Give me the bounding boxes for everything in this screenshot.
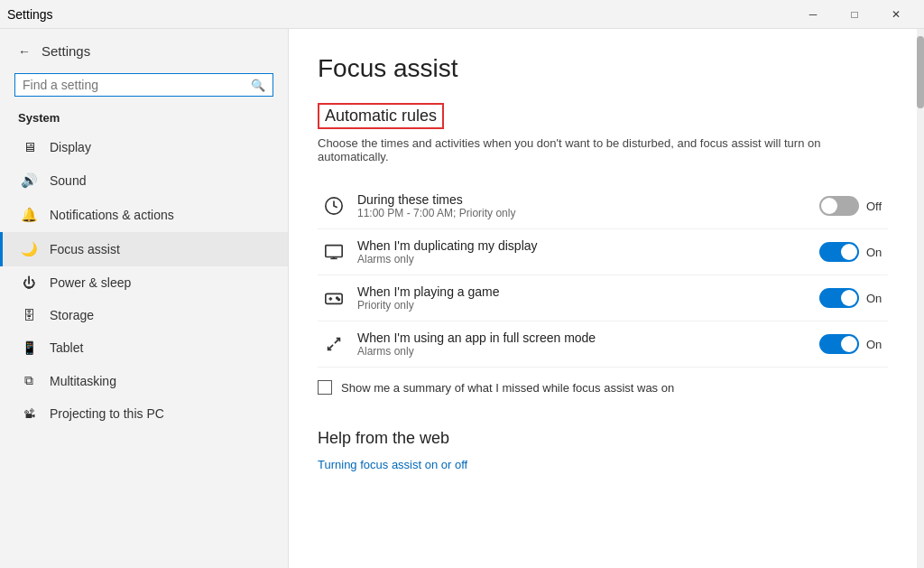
fullscreen-app-sub: Alarms only xyxy=(357,345,807,358)
fullscreen-app-toggle-area: On xyxy=(807,334,888,354)
during-times-sub: 11:00 PM - 7:00 AM; Priority only xyxy=(357,207,807,219)
duplicating-display-icon xyxy=(318,242,350,262)
playing-game-toggle-knob xyxy=(841,290,857,306)
notifications-icon: 🔔 xyxy=(21,207,37,223)
svg-line-10 xyxy=(335,339,340,344)
sidebar-item-label: Multitasking xyxy=(50,374,116,388)
sidebar-item-sound[interactable]: 🔊 Sound xyxy=(0,163,288,198)
duplicating-display-toggle[interactable] xyxy=(819,242,859,262)
titlebar-controls: ─ □ ✕ xyxy=(792,0,917,29)
sidebar-app-title: Settings xyxy=(42,43,90,59)
summary-checkbox-label: Show me a summary of what I missed while… xyxy=(341,381,674,395)
duplicating-display-text: When I'm duplicating my display Alarms o… xyxy=(350,238,807,265)
sidebar-item-label: Tablet xyxy=(50,340,83,355)
during-times-toggle-knob xyxy=(821,198,837,214)
rule-playing-game: When I'm playing a game Priority only On xyxy=(318,275,888,321)
during-times-text: During these times 11:00 PM - 7:00 AM; P… xyxy=(350,192,807,219)
back-icon: ← xyxy=(18,44,31,59)
sidebar-item-power-sleep[interactable]: ⏻ Power & sleep xyxy=(0,266,288,299)
sidebar-item-label: Focus assist xyxy=(50,242,120,256)
fullscreen-app-name: When I'm using an app in full screen mod… xyxy=(357,331,807,345)
maximize-button[interactable]: □ xyxy=(834,0,875,29)
fullscreen-app-text: When I'm using an app in full screen mod… xyxy=(350,331,807,358)
sidebar-item-label: Storage xyxy=(50,308,94,322)
fullscreen-app-toggle-label: On xyxy=(866,338,888,351)
sidebar-item-tablet[interactable]: 📱 Tablet xyxy=(0,331,288,364)
titlebar-title: Settings xyxy=(7,7,53,22)
multitasking-icon: ⧉ xyxy=(21,373,37,388)
playing-game-toggle[interactable] xyxy=(819,288,859,308)
fullscreen-app-icon xyxy=(318,334,350,354)
fullscreen-app-toggle[interactable] xyxy=(819,334,859,354)
back-button[interactable]: ← xyxy=(18,44,31,59)
playing-game-sub: Priority only xyxy=(357,299,807,312)
projecting-icon: 📽 xyxy=(21,407,37,421)
search-box[interactable]: 🔍 xyxy=(14,73,273,97)
automatic-rules-title: Automatic rules xyxy=(318,103,444,129)
during-times-icon xyxy=(318,196,350,216)
during-times-toggle-label: Off xyxy=(866,200,888,213)
playing-game-toggle-area: On xyxy=(807,288,888,308)
duplicating-display-sub: Alarms only xyxy=(357,253,807,265)
app-body: ← Settings 🔍 System 🖥 Display 🔊 Sound 🔔 … xyxy=(0,29,924,568)
sidebar: ← Settings 🔍 System 🖥 Display 🔊 Sound 🔔 … xyxy=(0,29,289,568)
duplicating-display-toggle-knob xyxy=(841,244,857,260)
sidebar-item-storage[interactable]: 🗄 Storage xyxy=(0,299,288,331)
power-sleep-icon: ⏻ xyxy=(21,275,37,290)
storage-icon: 🗄 xyxy=(21,308,37,322)
rule-during-times: During these times 11:00 PM - 7:00 AM; P… xyxy=(318,183,888,229)
display-icon: 🖥 xyxy=(21,139,37,154)
focus-assist-icon: 🌙 xyxy=(21,241,37,257)
automatic-rules-desc: Choose the times and activities when you… xyxy=(318,136,859,163)
rule-fullscreen-app: When I'm using an app in full screen mod… xyxy=(318,321,888,368)
sound-icon: 🔊 xyxy=(21,172,37,189)
main-content: Focus assist Automatic rules Choose the … xyxy=(289,29,917,568)
sidebar-item-label: Display xyxy=(50,140,91,154)
sidebar-item-display[interactable]: 🖥 Display xyxy=(0,130,288,163)
duplicating-display-toggle-label: On xyxy=(866,246,888,259)
sidebar-item-label: Sound xyxy=(50,173,86,188)
titlebar-left: Settings xyxy=(7,7,53,22)
summary-checkbox-row: Show me a summary of what I missed while… xyxy=(318,368,888,407)
playing-game-toggle-label: On xyxy=(866,292,888,305)
during-times-name: During these times xyxy=(357,192,807,207)
playing-game-name: When I'm playing a game xyxy=(357,284,807,299)
tablet-icon: 📱 xyxy=(21,340,37,355)
sidebar-item-focus-assist[interactable]: 🌙 Focus assist xyxy=(0,232,288,266)
search-input[interactable] xyxy=(23,78,251,92)
summary-checkbox[interactable] xyxy=(318,380,332,395)
sidebar-item-label: Projecting to this PC xyxy=(50,406,164,421)
during-times-toggle-area: Off xyxy=(807,196,888,216)
help-link-focus-assist[interactable]: Turning focus assist on or off xyxy=(318,458,467,471)
playing-game-text: When I'm playing a game Priority only xyxy=(350,284,807,312)
scrollbar-track[interactable] xyxy=(917,29,924,568)
sidebar-item-notifications[interactable]: 🔔 Notifications & actions xyxy=(0,198,288,232)
duplicating-display-toggle-area: On xyxy=(807,242,888,262)
during-times-toggle[interactable] xyxy=(819,196,859,216)
svg-line-9 xyxy=(328,345,334,350)
minimize-button[interactable]: ─ xyxy=(792,0,834,29)
sidebar-item-label: Power & sleep xyxy=(50,275,131,290)
rule-duplicating-display: When I'm duplicating my display Alarms o… xyxy=(318,229,888,275)
svg-rect-1 xyxy=(326,246,342,257)
help-section-title: Help from the web xyxy=(318,429,888,448)
sidebar-item-projecting[interactable]: 📽 Projecting to this PC xyxy=(0,397,288,430)
fullscreen-app-toggle-knob xyxy=(841,336,857,352)
scrollbar-thumb[interactable] xyxy=(917,36,924,108)
search-icon: 🔍 xyxy=(251,79,265,92)
page-title: Focus assist xyxy=(318,54,888,83)
titlebar: Settings ─ □ ✕ xyxy=(0,0,924,29)
playing-game-icon xyxy=(318,288,350,308)
svg-point-8 xyxy=(338,299,340,301)
duplicating-display-name: When I'm duplicating my display xyxy=(357,238,807,253)
sidebar-item-multitasking[interactable]: ⧉ Multitasking xyxy=(0,364,288,397)
sidebar-header: ← Settings xyxy=(0,29,288,73)
sidebar-item-label: Notifications & actions xyxy=(50,208,174,222)
sidebar-section-label: System xyxy=(0,107,288,130)
close-button[interactable]: ✕ xyxy=(875,0,917,29)
